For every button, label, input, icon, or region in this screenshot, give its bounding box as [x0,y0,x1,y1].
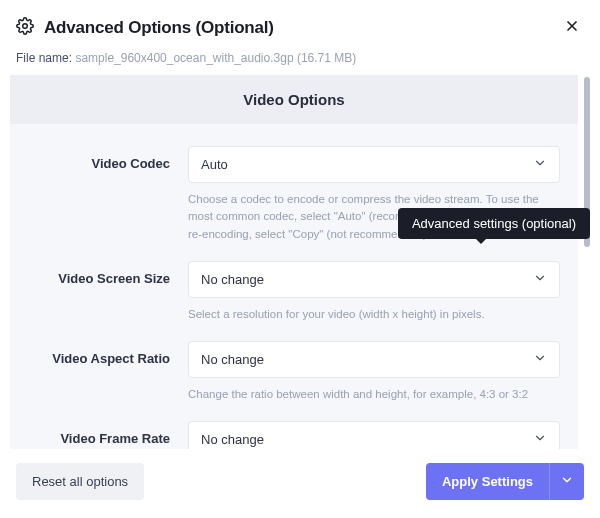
select-value: No change [201,352,264,367]
option-row-aspect-ratio: Video Aspect Ratio No change Change the … [28,327,560,407]
reset-all-button[interactable]: Reset all options [16,463,144,500]
option-help: Select a resolution for your video (widt… [188,306,560,323]
chevron-down-icon [533,431,547,448]
apply-dropdown-button[interactable] [549,463,584,500]
file-info: File name: sample_960x400_ocean_with_aud… [10,51,590,75]
select-value: No change [201,432,264,447]
chevron-down-icon [533,351,547,368]
option-row-screen-size: Video Screen Size No change Select a res… [28,247,560,327]
option-help: Change the ratio between width and heigh… [188,386,560,403]
apply-button-group: Apply Settings [426,463,584,500]
svg-point-0 [23,23,28,28]
advanced-options-modal: Advanced Options (Optional) File name: s… [0,0,600,518]
content-wrapper: Video Options Video Codec Auto Choose a … [10,75,590,449]
modal-header: Advanced Options (Optional) [10,14,590,51]
video-aspect-ratio-select[interactable]: No change [188,341,560,378]
option-row-frame-rate: Video Frame Rate No change Change FPS (f… [28,407,560,449]
file-name-label: File name: [16,51,72,65]
option-label: Video Aspect Ratio [28,341,170,366]
file-name-value: sample_960x400_ocean_with_audio.3gp [75,51,293,65]
close-icon [564,18,580,37]
options-panel: Video Options Video Codec Auto Choose a … [10,75,578,449]
close-button[interactable] [560,14,584,41]
section-title: Video Options [10,75,578,124]
video-screen-size-select[interactable]: No change [188,261,560,298]
chevron-down-icon [533,156,547,173]
chevron-down-icon [533,271,547,288]
select-value: No change [201,272,264,287]
video-codec-select[interactable]: Auto [188,146,560,183]
file-size-value: (16.71 MB) [297,51,356,65]
options-body: Video Codec Auto Choose a codec to encod… [10,124,578,449]
option-label: Video Screen Size [28,261,170,286]
video-frame-rate-select[interactable]: No change [188,421,560,449]
chevron-down-icon [560,473,574,490]
tooltip-advanced-settings: Advanced settings (optional) [398,208,590,239]
modal-footer: Reset all options Apply Settings [10,449,590,508]
option-label: Video Codec [28,146,170,171]
modal-title: Advanced Options (Optional) [44,18,274,38]
apply-settings-button[interactable]: Apply Settings [426,463,549,500]
gear-icon [16,17,34,39]
select-value: Auto [201,157,228,172]
option-label: Video Frame Rate [28,421,170,446]
